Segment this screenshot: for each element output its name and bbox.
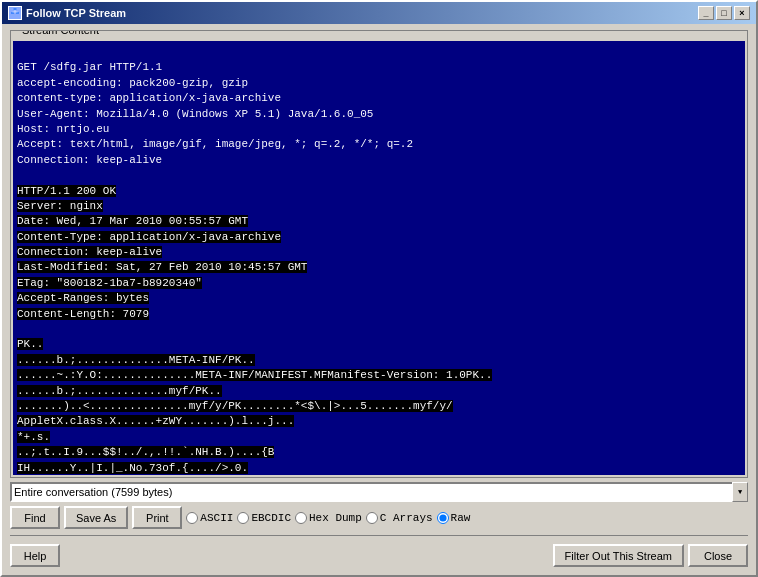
ebcdic-label: EBCDIC [251, 512, 291, 524]
raw-radio-label[interactable]: Raw [437, 512, 471, 524]
help-button[interactable]: Help [10, 544, 60, 567]
save-as-button[interactable]: Save As [64, 506, 128, 529]
ascii-label: ASCII [200, 512, 233, 524]
title-bar-buttons: _ □ × [698, 6, 750, 20]
stream-content-group: Stream Content GET /sdfg.jar HTTP/1.1 ac… [10, 30, 748, 478]
group-box-label: Stream Content [19, 30, 102, 36]
filter-out-button[interactable]: Filter Out This Stream [553, 544, 684, 567]
svg-rect-2 [14, 8, 17, 10]
raw-label: Raw [451, 512, 471, 524]
follow-tcp-stream-window: Follow TCP Stream _ □ × Stream Content G… [0, 0, 758, 577]
svg-rect-0 [11, 12, 14, 14]
bottom-bar: Help Filter Out This Stream Close [10, 542, 748, 569]
title-bar-left: Follow TCP Stream [8, 6, 126, 20]
request-block: GET /sdfg.jar HTTP/1.1 accept-encoding: … [17, 61, 413, 165]
print-button[interactable]: Print [132, 506, 182, 529]
close-button[interactable]: Close [688, 544, 748, 567]
find-button[interactable]: Find [10, 506, 60, 529]
hexdump-radio[interactable] [295, 512, 307, 524]
hexdump-radio-label[interactable]: Hex Dump [295, 512, 362, 524]
svg-rect-1 [16, 12, 19, 14]
carrays-label: C Arrays [380, 512, 433, 524]
response-block: HTTP/1.1 200 OK Server: nginx Date: Wed,… [17, 185, 558, 475]
carrays-radio[interactable] [366, 512, 378, 524]
window-title: Follow TCP Stream [26, 7, 126, 19]
minimize-button[interactable]: _ [698, 6, 714, 20]
separator [10, 535, 748, 536]
carrays-radio-label[interactable]: C Arrays [366, 512, 433, 524]
bottom-section: Entire conversation (7599 bytes) ▼ Find … [10, 482, 748, 569]
window-body: Stream Content GET /sdfg.jar HTTP/1.1 ac… [2, 24, 756, 575]
ascii-radio[interactable] [186, 512, 198, 524]
close-window-button[interactable]: × [734, 6, 750, 20]
dropdown-row: Entire conversation (7599 bytes) ▼ [10, 482, 748, 502]
maximize-button[interactable]: □ [716, 6, 732, 20]
conversation-dropdown[interactable]: Entire conversation (7599 bytes) [10, 482, 748, 502]
conversation-dropdown-wrapper: Entire conversation (7599 bytes) ▼ [10, 482, 748, 502]
controls-row: Find Save As Print ASCII EBCDIC Hex Dump [10, 506, 748, 529]
ascii-radio-label[interactable]: ASCII [186, 512, 233, 524]
network-icon [8, 6, 22, 20]
ebcdic-radio[interactable] [237, 512, 249, 524]
hexdump-label: Hex Dump [309, 512, 362, 524]
raw-radio[interactable] [437, 512, 449, 524]
title-bar: Follow TCP Stream _ □ × [2, 2, 756, 24]
ebcdic-radio-label[interactable]: EBCDIC [237, 512, 291, 524]
stream-content-area[interactable]: GET /sdfg.jar HTTP/1.1 accept-encoding: … [13, 41, 745, 475]
